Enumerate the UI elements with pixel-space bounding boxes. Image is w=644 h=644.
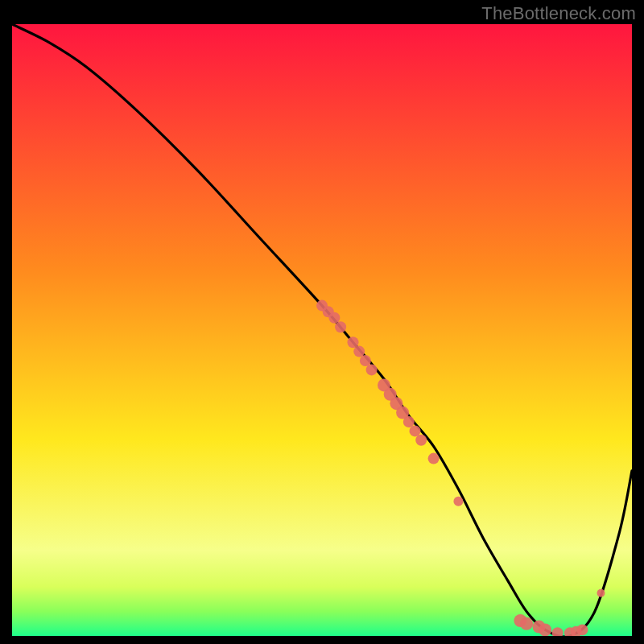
marker-dot (520, 617, 533, 630)
bottleneck-chart (12, 24, 632, 636)
marker-dot (453, 497, 463, 506)
marker-dot (335, 321, 346, 332)
marker-dot (410, 425, 421, 436)
watermark-text: TheBottleneck.com (481, 3, 636, 24)
marker-dot (360, 355, 371, 366)
marker-dot (403, 416, 415, 427)
marker-dot (353, 346, 365, 357)
marker-dot (576, 624, 588, 635)
marker-dot (366, 364, 378, 375)
marker-dot (539, 623, 551, 636)
marker-dot (348, 336, 359, 348)
marker-dot (415, 435, 427, 446)
marker-dot (428, 453, 440, 464)
marker-dot (597, 589, 605, 597)
marker-dot (328, 312, 340, 324)
chart-frame (12, 24, 632, 636)
gradient-background (12, 24, 632, 636)
